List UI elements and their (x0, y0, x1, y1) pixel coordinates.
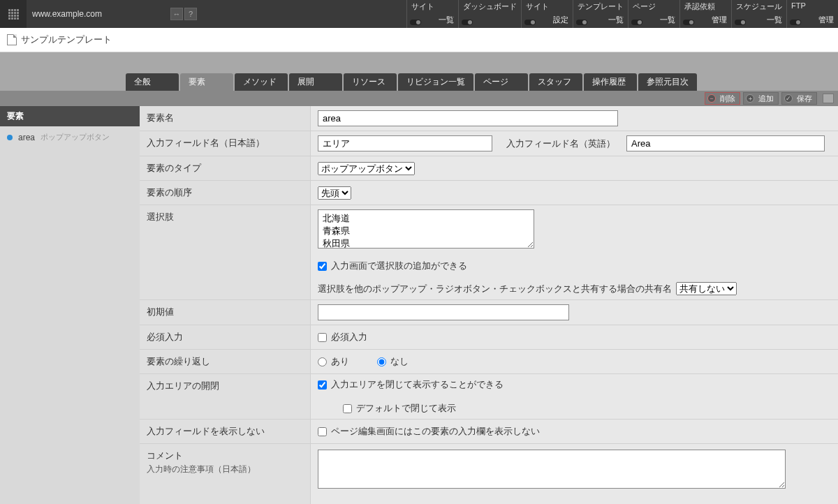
label-type: 要素のタイプ (140, 156, 311, 180)
hide-text: ページ編集画面にはこの要素の入力欄を表示しない (331, 425, 540, 438)
label-hide: 入力フィールドを表示しない (140, 420, 311, 443)
tab-9[interactable]: 参照元目次 (638, 73, 697, 91)
label-collapse: 入力エリアの開閉 (140, 374, 311, 419)
top-menu-item[interactable]: テンプレート一覧 (573, 0, 628, 28)
check-icon: ✓ (784, 94, 793, 103)
manual-icon[interactable] (823, 94, 834, 103)
tab-7[interactable]: スタッフ (529, 73, 582, 91)
toggle-icon (683, 20, 694, 25)
back-forward-icon[interactable]: ↔ (170, 8, 183, 20)
delete-button[interactable]: −削除 (705, 92, 740, 105)
label-order: 要素の順序 (140, 181, 311, 205)
tab-3[interactable]: 展開 (289, 73, 342, 91)
minus-icon: − (707, 94, 716, 103)
choices-add-label: 入力画面で選択肢の追加ができる (331, 260, 467, 272)
tabbar: 全般要素メソッド展開リソースリビジョン一覧ページスタッフ操作履歴参照元目次 (0, 73, 838, 91)
sidebar-head: 要素 (0, 106, 140, 126)
plus-icon: ＋ (746, 94, 754, 103)
top-menu-item[interactable]: サイト一覧 (406, 0, 458, 28)
label-default: 初期値 (140, 300, 311, 325)
logo[interactable] (0, 0, 27, 28)
toggle-icon (631, 20, 642, 25)
sidebar-item[interactable]: areaポップアップボタン (0, 126, 140, 148)
url-text: www.example.com (32, 9, 102, 19)
toggle-icon (524, 20, 536, 25)
tab-6[interactable]: ページ (475, 73, 528, 91)
collapse-checkbox[interactable] (318, 380, 327, 390)
top-menu-item[interactable]: スケジュール一覧 (731, 0, 786, 28)
topbar: www.example.com ↔ ? サイト一覧ダッシュボードサイト設定テンプ… (0, 0, 838, 28)
toggle-icon (462, 20, 473, 25)
label-input-ja: 入力フィールド名（日本語） (140, 131, 311, 156)
type-select[interactable]: ポップアップボタン (318, 162, 415, 175)
tab-5[interactable]: リビジョン一覧 (398, 73, 473, 91)
tab-0[interactable]: 全般 (126, 73, 179, 91)
repeat-yes-label: あり (331, 355, 349, 368)
top-menu-item[interactable]: ダッシュボード (458, 0, 521, 28)
repeat-yes-radio[interactable] (318, 357, 327, 366)
label-required: 必須入力 (140, 325, 311, 349)
top-menu: サイト一覧ダッシュボードサイト設定テンプレート一覧ページ一覧承認依頼管理スケジュ… (406, 0, 838, 28)
collapse-default-text: デフォルトで閉じて表示 (356, 402, 456, 415)
save-button[interactable]: ✓保存 (781, 92, 817, 105)
repeat-no-label: なし (390, 355, 409, 368)
label-choices: 選択肢 (140, 205, 311, 299)
choices-add-checkbox[interactable] (318, 262, 327, 271)
sidebar: 要素 areaポップアップボタン (0, 106, 140, 504)
tab-8[interactable]: 操作履歴 (584, 73, 637, 91)
collapse-text: 入力エリアを閉じて表示することができる (331, 378, 503, 391)
page-icon (7, 34, 17, 45)
share-select[interactable]: 共有しない (676, 282, 737, 295)
url-display: www.example.com ↔ ? (27, 0, 201, 28)
toggle-icon (410, 20, 421, 25)
top-menu-item[interactable]: 承認依頼管理 (679, 0, 731, 28)
label-repeat: 要素の繰り返し (140, 350, 311, 373)
input-ja-field[interactable] (318, 135, 492, 151)
page-title: サンプルテンプレート (21, 34, 112, 46)
toggle-icon (576, 20, 587, 25)
required-text: 必須入力 (331, 331, 367, 343)
order-select[interactable]: 先頭 (318, 186, 351, 200)
breadcrumb: サンプルテンプレート (0, 28, 838, 52)
tab-1[interactable]: 要素 (180, 73, 233, 91)
required-checkbox[interactable] (318, 333, 327, 342)
help-icon[interactable]: ? (184, 8, 197, 20)
input-en-field[interactable] (626, 135, 825, 151)
hide-checkbox[interactable] (318, 427, 327, 436)
toggle-icon (735, 20, 746, 25)
share-label: 選択肢を他のポップアップ・ラジオボタン・チェックボックスと共有する場合の共有名 (318, 283, 672, 295)
choices-textarea[interactable] (318, 209, 534, 249)
top-menu-item[interactable]: サイト設定 (521, 0, 573, 28)
label-input-en: 入力フィールド名（英語） (506, 138, 615, 150)
label-comment-ja: コメント 入力時の注意事項（日本語） (140, 444, 311, 504)
logo-dots-icon (8, 9, 19, 20)
add-button[interactable]: ＋追加 (743, 92, 779, 105)
form: 要素名 入力フィールド名（日本語） 入力フィールド名（英語） 要素のタイプ ポッ… (140, 106, 838, 504)
comment-ja-textarea[interactable] (318, 450, 786, 489)
top-menu-item[interactable]: FTP管理 (786, 0, 838, 28)
top-menu-item[interactable]: ページ一覧 (628, 0, 679, 28)
label-element-name: 要素名 (140, 106, 311, 131)
default-input[interactable] (318, 304, 569, 320)
toggle-icon (790, 20, 801, 25)
tab-4[interactable]: リソース (344, 73, 397, 91)
repeat-no-radio[interactable] (377, 357, 386, 366)
toolbar: −削除 ＋追加 ✓保存 (0, 91, 838, 106)
bullet-icon (7, 135, 13, 140)
element-name-input[interactable] (318, 110, 618, 126)
tab-2[interactable]: メソッド (235, 73, 288, 91)
collapse-default-checkbox[interactable] (343, 404, 352, 413)
